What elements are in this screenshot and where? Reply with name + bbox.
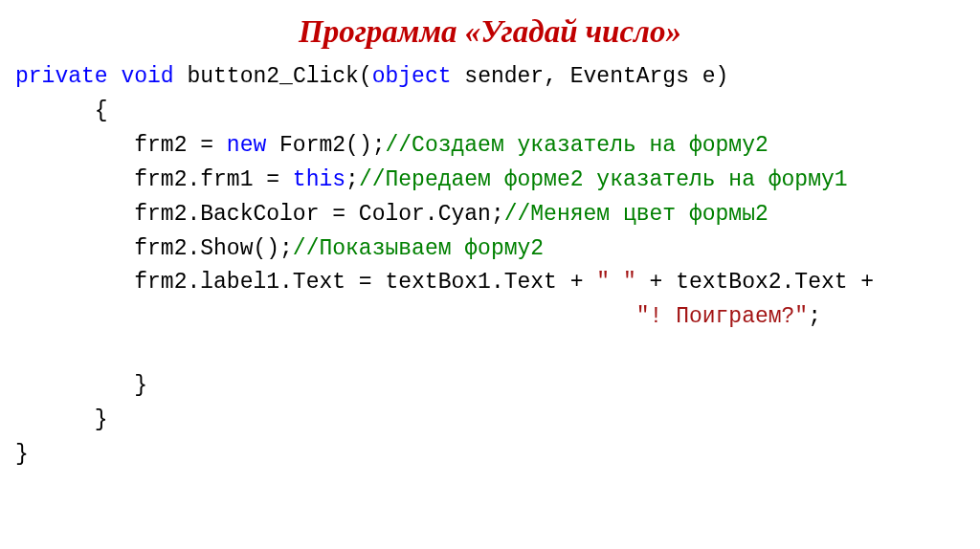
string-space: " " [596,270,635,295]
keyword-object: object [372,64,452,89]
brace-open: { [15,99,108,123]
brace-close-3: } [15,442,29,467]
line6a: frm2.Show(); [15,236,293,261]
line8-pad [15,304,636,329]
signature-rest: sender, EventArgs e) [452,64,729,89]
brace-close-2: } [15,407,108,432]
keyword-void: void [121,64,173,89]
string-play: "! Поиграем?" [636,304,808,329]
line5a: frm2.BackColor = Color.Cyan; [15,202,504,227]
line4a: frm2.frm1 = [15,167,293,192]
comment-3: //Меняем цвет формы2 [504,202,768,227]
keyword-new: new [227,133,266,158]
line3b: Form2(); [266,133,385,158]
method-name: button2_Click( [174,64,372,89]
line4b: ; [345,167,359,192]
code-block: private void button2_Click(object sender… [15,60,965,472]
brace-close-1: } [15,373,147,398]
keyword-private: private [15,64,108,89]
line8-semi: ; [808,304,821,329]
slide-title: Программа «Угадай число» [15,8,965,56]
comment-4: //Показываем форму2 [293,236,544,261]
line7a: frm2.label1.Text = textBox1.Text + [15,270,596,295]
comment-2: //Передаем форме2 указатель на форму1 [359,167,848,192]
keyword-this: this [293,167,345,192]
line3a: frm2 = [15,133,227,158]
comment-1: //Создаем указатель на форму2 [386,133,768,158]
line7b: + textBox2.Text + [636,270,874,295]
